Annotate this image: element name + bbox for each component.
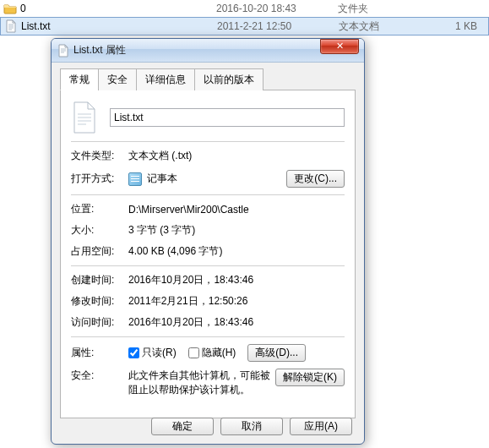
- label-security: 安全:: [71, 369, 128, 383]
- file-row-selected[interactable]: List.txt 2011-2-21 12:50 文本文档 1 KB: [0, 17, 489, 36]
- advanced-button[interactable]: 高级(D)...: [247, 344, 306, 362]
- text-file-icon: [4, 19, 18, 33]
- value-accessed: 2016年10月20日，18:43:46: [128, 315, 345, 330]
- label-modified: 修改时间:: [71, 294, 128, 309]
- tab-general[interactable]: 常规: [60, 68, 99, 90]
- titlebar[interactable]: List.txt 属性 ✕: [52, 39, 364, 63]
- label-sizeondisk: 占用空间:: [71, 244, 128, 259]
- hidden-checkbox[interactable]: 隐藏(H): [188, 346, 236, 360]
- unblock-button[interactable]: 解除锁定(K): [275, 369, 345, 386]
- readonly-checkbox[interactable]: 只读(R): [128, 346, 177, 360]
- file-row[interactable]: 0 2016-10-20 18:43 文件夹: [0, 0, 489, 17]
- text-file-icon: [57, 44, 70, 57]
- file-name: List.txt: [21, 20, 217, 32]
- tab-security[interactable]: 安全: [98, 68, 137, 90]
- label-size: 大小:: [71, 223, 128, 238]
- label-accessed: 访问时间:: [71, 315, 128, 330]
- value-location: D:\Mirserver\Mir200\Castle: [128, 204, 345, 216]
- value-openswith: 记事本: [147, 172, 286, 186]
- ok-button[interactable]: 确定: [151, 418, 214, 435]
- apply-button[interactable]: 应用(A): [290, 418, 352, 435]
- file-list: 0 2016-10-20 18:43 文件夹 List.txt 2011-2-2…: [0, 0, 489, 36]
- hidden-label: 隐藏(H): [202, 346, 236, 360]
- close-button[interactable]: ✕: [320, 39, 359, 54]
- value-modified: 2011年2月21日，12:50:26: [128, 294, 345, 309]
- file-type-icon: [71, 101, 100, 134]
- label-attributes: 属性:: [71, 346, 128, 360]
- value-sizeondisk: 4.00 KB (4,096 字节): [128, 244, 345, 259]
- tab-previous-versions[interactable]: 以前的版本: [194, 68, 264, 90]
- tab-panel-general: 文件类型: 文本文档 (.txt) 打开方式: 记事本 更改(C)... 位置:…: [60, 90, 356, 418]
- properties-dialog: List.txt 属性 ✕ 常规 安全 详细信息 以前的版本 文件类型: 文本文…: [51, 38, 365, 445]
- file-name: 0: [20, 3, 216, 14]
- label-created: 创建时间:: [71, 273, 128, 287]
- file-date: 2011-2-21 12:50: [217, 20, 339, 32]
- folder-icon: [3, 2, 17, 15]
- filename-input[interactable]: [110, 108, 345, 127]
- dialog-buttons: 确定 取消 应用(A): [151, 418, 352, 435]
- tabs: 常规 安全 详细信息 以前的版本: [60, 68, 356, 90]
- value-security: 此文件来自其他计算机，可能被阻止以帮助保护该计算机。: [128, 369, 272, 397]
- dialog-title: List.txt 属性: [73, 43, 320, 57]
- value-filetype: 文本文档 (.txt): [128, 149, 345, 163]
- file-size: 1 KB: [432, 20, 482, 32]
- change-button[interactable]: 更改(C)...: [286, 170, 345, 188]
- file-type: 文本文档: [339, 19, 432, 34]
- label-openswith: 打开方式:: [71, 172, 128, 186]
- file-type: 文件夹: [338, 2, 431, 16]
- value-created: 2016年10月20日，18:43:46: [128, 273, 345, 287]
- readonly-label: 只读(R): [142, 346, 177, 360]
- label-location: 位置:: [71, 202, 128, 216]
- close-icon: ✕: [336, 41, 344, 51]
- cancel-button[interactable]: 取消: [220, 418, 283, 435]
- file-date: 2016-10-20 18:43: [216, 3, 338, 14]
- label-filetype: 文件类型:: [71, 149, 128, 163]
- notepad-icon: [128, 172, 142, 186]
- tab-details[interactable]: 详细信息: [136, 68, 195, 90]
- value-size: 3 字节 (3 字节): [128, 223, 345, 238]
